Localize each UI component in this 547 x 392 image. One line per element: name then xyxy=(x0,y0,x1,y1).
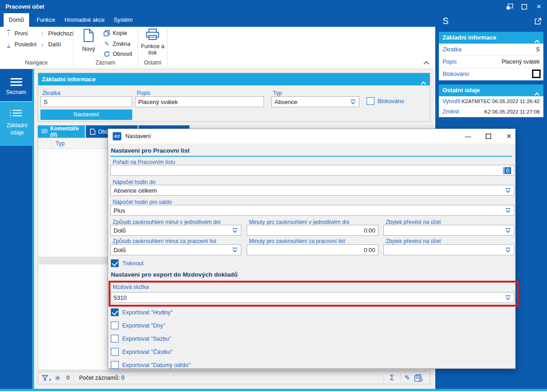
dropdown-icon[interactable] xyxy=(505,295,511,301)
export-sazbu-checkbox[interactable] xyxy=(111,335,119,342)
previous-icon: ↑ xyxy=(39,30,45,37)
nav-last-button[interactable]: ↓ Poslední xyxy=(5,41,37,48)
preview-row-zmenil: Změnil: K2 06.05.2022 11:27:08 xyxy=(439,107,543,117)
mzdova-label: Mzdová složka xyxy=(113,284,149,290)
rest-day-combo[interactable] xyxy=(383,225,514,236)
close-icon[interactable]: ✕ xyxy=(532,2,545,11)
ribbon-separator xyxy=(167,28,168,67)
dropdown-icon[interactable] xyxy=(505,208,511,213)
export-datumy-label: Exportovat "Datumy od/do" xyxy=(122,362,190,368)
text-caret xyxy=(503,167,504,174)
export-castku-label: Exportovat "Částku" xyxy=(122,349,173,355)
poradi-field[interactable]: 0 xyxy=(110,165,514,176)
tisknout-checkbox[interactable] xyxy=(111,259,119,267)
statusbar: ▾ ✳ 0 Počet záznamů: 0 Σ ✎ xyxy=(38,372,430,384)
popis-label: Popis xyxy=(137,90,150,96)
refresh-button[interactable]: Obnovit xyxy=(104,51,132,57)
copy-icon xyxy=(104,30,110,36)
dock-window-icon[interactable] xyxy=(503,2,516,11)
filter-count: 0 xyxy=(66,372,70,384)
add-record-note-button[interactable] xyxy=(414,372,423,384)
typ-combo[interactable]: Absence xyxy=(271,96,359,107)
next-icon: ↓ xyxy=(39,41,45,48)
nastaveni-button[interactable]: Nastavení xyxy=(40,109,132,120)
window-title: Pracovní účet xyxy=(5,0,44,13)
nav-first-button[interactable]: ↑ První xyxy=(5,30,28,37)
card-header[interactable]: Ostatní údaje xyxy=(439,84,543,96)
rounding-list-combo[interactable]: Dolů xyxy=(110,244,241,255)
new-button[interactable]: Nový xyxy=(78,29,99,52)
window-bottom-edge xyxy=(0,389,547,391)
group-label-ostatni: Ostatní xyxy=(138,60,167,66)
tab-komentare[interactable]: Komentáře (0) xyxy=(38,125,85,138)
section-export: Nastavení pro export do Mzdových dokladů xyxy=(111,271,238,278)
dropdown-icon[interactable] xyxy=(350,99,356,105)
blokovano-checkbox[interactable] xyxy=(367,97,374,105)
dialog-titlebar[interactable]: K2 Nastavení — ✕ xyxy=(108,129,515,144)
change-button[interactable]: ✎ Změna xyxy=(104,40,130,47)
export-hodiny-checkbox[interactable] xyxy=(111,308,119,316)
k2-logo: K2 xyxy=(113,132,121,140)
dialog-maximize-icon[interactable] xyxy=(481,129,496,144)
dialog-close-icon[interactable]: ✕ xyxy=(502,129,516,144)
export-castku-checkbox[interactable] xyxy=(111,348,119,356)
dropdown-icon[interactable] xyxy=(232,228,238,233)
tab-hromadne-akce[interactable]: Hromadné akce xyxy=(62,13,107,27)
dialog-title: Nastavení xyxy=(125,129,151,144)
grid-column-typ[interactable]: Typ xyxy=(55,138,65,149)
blokovano-preview-checkbox[interactable] xyxy=(532,69,541,78)
statusbar-separator xyxy=(74,374,74,382)
nav-previous-button[interactable]: ↑ Předchozí xyxy=(39,30,74,37)
ribbon-tabband: Domů Funkce Hromadné akce Systém xyxy=(0,13,435,27)
dropdown-icon[interactable] xyxy=(232,247,238,253)
dropdown-icon[interactable] xyxy=(505,247,511,253)
zkratka-field[interactable]: S xyxy=(40,96,132,107)
open-in-window-icon[interactable] xyxy=(534,18,542,26)
edit-button[interactable]: ✎ xyxy=(404,372,410,384)
napocet-saldo-combo[interactable]: Plus xyxy=(110,205,514,216)
maximize-icon[interactable] xyxy=(518,2,531,11)
filter-button[interactable]: ▾ xyxy=(42,372,51,384)
preview-row-vytvoril: Vytvořil: K2ATMITEC 06.05.2022 11:26:42 xyxy=(439,96,543,107)
ribbon: ↑ První ↓ Poslední ↑ Předchozí ↓ Další N… xyxy=(0,27,435,69)
snowflake-icon: ✳ xyxy=(55,374,60,382)
mzdova-combo[interactable]: 5310 xyxy=(110,292,514,303)
freeze-button[interactable]: ✳ xyxy=(55,372,60,384)
basic-info-header[interactable]: Základní informace xyxy=(38,73,430,85)
basic-info-panel: Základní informace Zkratka S Popis Place… xyxy=(38,73,430,122)
typ-label: Typ xyxy=(273,90,282,96)
nav-next-button[interactable]: ↓ Další xyxy=(39,41,61,48)
filter-caret-icon: ▾ xyxy=(49,377,51,382)
sum-button[interactable]: Σ xyxy=(390,372,394,384)
tab-domu[interactable]: Domů xyxy=(4,13,29,27)
napocet-do-label: Nápočet hodin do xyxy=(113,179,155,185)
rest-list-combo[interactable] xyxy=(383,244,514,255)
functions-print-button[interactable]: Funkce a tisk xyxy=(140,29,165,56)
napocet-do-combo[interactable]: Absence celkem xyxy=(110,185,514,196)
rest-day-label: Zbytek převést na účet xyxy=(386,219,441,225)
export-hodiny-label: Exportovat "Hodiny" xyxy=(122,309,173,316)
first-icon: ↑ xyxy=(5,30,12,37)
minutes-day-field[interactable]: 0:00 xyxy=(247,225,378,236)
group-label-navigace: Navigace xyxy=(0,60,73,66)
dialog-minimize-icon[interactable]: — xyxy=(461,129,475,144)
card-header[interactable]: Základní informace xyxy=(439,32,543,44)
popis-field[interactable]: Placený svátek xyxy=(135,96,264,107)
minutes-list-field[interactable]: 0:00 xyxy=(247,244,378,255)
sidebar-item-zakladni-udaje[interactable]: Základní údaje xyxy=(0,102,34,146)
tab-system[interactable]: Systém xyxy=(109,13,137,27)
copy-button[interactable]: Kopie xyxy=(104,30,127,36)
dropdown-icon[interactable] xyxy=(505,188,511,194)
section-underline xyxy=(110,156,512,157)
collapse-panel-icon[interactable] xyxy=(422,78,425,90)
rounding-day-combo[interactable]: Dolů xyxy=(110,225,241,236)
sidebar-item-seznam[interactable]: Seznam xyxy=(0,73,32,101)
rest-list-label: Zbytek převést na účet xyxy=(386,238,441,244)
export-datumy-checkbox[interactable] xyxy=(111,361,119,369)
export-dny-checkbox[interactable] xyxy=(111,322,119,329)
collapse-ribbon-icon[interactable] xyxy=(423,61,429,67)
pencil-icon: ✎ xyxy=(104,40,110,47)
tab-funkce[interactable]: Funkce xyxy=(32,13,60,27)
dropdown-icon[interactable] xyxy=(505,228,511,233)
pencil-icon: ✎ xyxy=(404,374,410,382)
